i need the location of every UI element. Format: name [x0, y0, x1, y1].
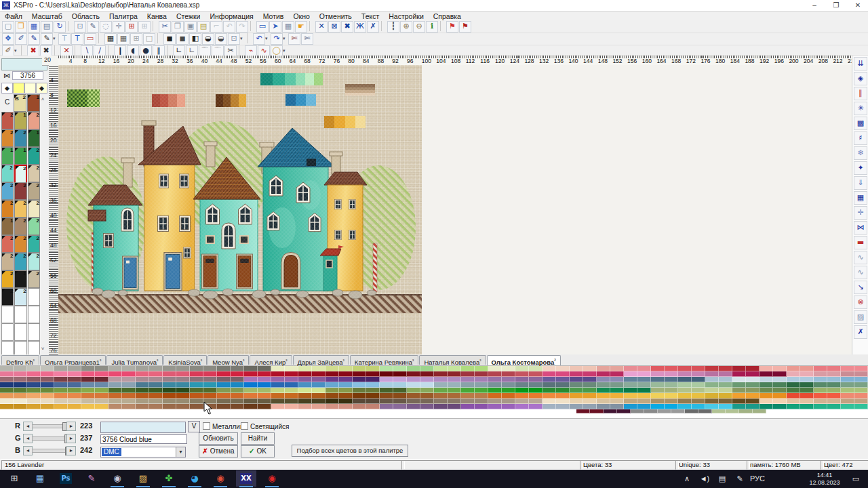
- catalog-color-cell[interactable]: [163, 404, 176, 409]
- catalog-color-cell[interactable]: [339, 393, 353, 399]
- knife-tool-button[interactable]: ✐: [15, 33, 27, 45]
- catalog-color-cell[interactable]: [475, 388, 488, 393]
- catalog-color-cell[interactable]: [597, 371, 610, 377]
- view-half-button[interactable]: ◧: [189, 33, 201, 45]
- catalog-color-cell[interactable]: [529, 393, 542, 399]
- catalog-color-cell[interactable]: [570, 371, 583, 377]
- catalog-color-cell[interactable]: [149, 366, 163, 371]
- catalog-color-cell[interactable]: [651, 371, 665, 377]
- catalog-color-cell[interactable]: [800, 366, 814, 371]
- tooltip-button[interactable]: ▭: [256, 21, 269, 33]
- catalog-color-cell[interactable]: [827, 404, 841, 409]
- lasso-button[interactable]: ◌: [100, 21, 112, 33]
- catalog-color-cell[interactable]: [312, 382, 326, 388]
- catalog-color-cell[interactable]: [258, 377, 271, 382]
- catalog-color-cell[interactable]: [515, 388, 529, 393]
- menu-item-6[interactable]: Информация: [205, 12, 258, 21]
- catalog-color-cell[interactable]: [448, 404, 461, 409]
- catalog-color-cell[interactable]: [258, 388, 271, 393]
- catalog-color-cell[interactable]: [637, 377, 651, 382]
- catalog-color-cell[interactable]: [800, 377, 814, 382]
- palette-system-combo[interactable]: DMC ▼: [100, 447, 186, 458]
- catalog-color-cell[interactable]: [475, 404, 488, 409]
- catalog-color-cell[interactable]: [746, 371, 760, 377]
- catalog-color-cell[interactable]: [515, 382, 529, 388]
- catalog-color-cell[interactable]: [732, 399, 746, 404]
- save-file-button[interactable]: ▦: [28, 21, 40, 33]
- catalog-color-cell[interactable]: [122, 371, 136, 377]
- catalog-color-cell[interactable]: [298, 393, 312, 399]
- catalog-color-cell[interactable]: [298, 371, 312, 377]
- catalog-color-cell[interactable]: [590, 409, 604, 413]
- b-slider[interactable]: ◄►: [23, 446, 76, 455]
- catalog-color-cell[interactable]: [515, 371, 529, 377]
- swatch-empty[interactable]: [1, 323, 14, 341]
- swatch-cell[interactable]: 2: [14, 235, 26, 253]
- catalog-color-cell[interactable]: [854, 382, 868, 388]
- catalog-color-cell[interactable]: [624, 388, 637, 393]
- catalog-color-cell[interactable]: [366, 404, 380, 409]
- taskbar-telegram-icon[interactable]: ◕: [184, 470, 205, 487]
- clear-stitch-button[interactable]: ✄: [288, 33, 300, 45]
- catalog-color-cell[interactable]: [665, 399, 678, 404]
- canvas-area[interactable]: [58, 65, 852, 354]
- catalog-color-cell[interactable]: [814, 377, 827, 382]
- swatch-cell[interactable]: 2: [14, 129, 26, 147]
- catalog-color-cell[interactable]: [461, 388, 475, 393]
- catalog-color-cell[interactable]: [420, 393, 434, 399]
- catalog-color-cell[interactable]: [827, 388, 841, 393]
- pale-swatch-tool[interactable]: [24, 83, 36, 94]
- catalog-color-cell[interactable]: [190, 366, 203, 371]
- properties-button[interactable]: ▦: [282, 21, 294, 33]
- catalog-color-cell[interactable]: [353, 377, 366, 382]
- catalog-color-cell[interactable]: [339, 404, 353, 409]
- tray-network-icon[interactable]: ▤: [713, 470, 731, 488]
- catalog-color-cell[interactable]: [312, 366, 326, 371]
- catalog-color-cell[interactable]: [339, 399, 353, 404]
- catalog-color-cell[interactable]: [597, 366, 610, 371]
- catalog-color-cell[interactable]: [461, 366, 475, 371]
- catalog-color-cell[interactable]: [203, 366, 217, 371]
- catalog-color-cell[interactable]: [773, 371, 787, 377]
- catalog-color-cell[interactable]: [685, 409, 698, 413]
- catalog-color-cell[interactable]: [339, 382, 353, 388]
- catalog-color-cell[interactable]: [732, 404, 746, 409]
- catalog-color-cell[interactable]: [448, 371, 461, 377]
- catalog-color-cell[interactable]: [149, 393, 163, 399]
- grid-dark-button[interactable]: ▦: [104, 33, 117, 45]
- catalog-color-cell[interactable]: [0, 404, 14, 409]
- menu-item-8[interactable]: Окно: [288, 12, 314, 21]
- catalog-color-cell[interactable]: [542, 404, 556, 409]
- catalog-color-cell[interactable]: [854, 388, 868, 393]
- catalog-color-cell[interactable]: [122, 382, 136, 388]
- catalog-color-cell[interactable]: [597, 393, 610, 399]
- pan-hand-button[interactable]: ☛: [295, 21, 307, 33]
- catalog-color-cell[interactable]: [0, 393, 14, 399]
- catalog-color-cell[interactable]: [366, 366, 380, 371]
- catalog-color-cell[interactable]: [678, 382, 692, 388]
- catalog-color-cell[interactable]: [108, 366, 122, 371]
- catalog-color-cell[interactable]: [576, 409, 590, 413]
- catalog-color-cell[interactable]: [366, 382, 380, 388]
- catalog-color-cell[interactable]: [461, 382, 475, 388]
- catalog-color-cell[interactable]: [41, 382, 54, 388]
- catalog-color-cell[interactable]: [217, 404, 231, 409]
- catalog-color-cell[interactable]: [732, 377, 746, 382]
- catalog-color-cell[interactable]: [95, 388, 108, 393]
- catalog-color-cell[interactable]: [624, 377, 637, 382]
- revert-button[interactable]: ↻: [54, 21, 66, 33]
- catalog-color-cell[interactable]: [488, 393, 502, 399]
- catalog-color-cell[interactable]: [163, 377, 176, 382]
- catalog-color-cell[interactable]: [746, 366, 760, 371]
- catalog-color-cell[interactable]: [502, 377, 515, 382]
- catalog-color-cell[interactable]: [41, 388, 54, 393]
- stats-info-button[interactable]: ℹ: [426, 21, 438, 33]
- catalog-color-cell[interactable]: [285, 388, 298, 393]
- catalog-color-cell[interactable]: [746, 399, 760, 404]
- catalog-color-cell[interactable]: [488, 371, 502, 377]
- taskbar-screenshot-icon[interactable]: ◉: [107, 470, 127, 487]
- catalog-color-cell[interactable]: [773, 377, 787, 382]
- catalog-color-cell[interactable]: [326, 404, 339, 409]
- ok-button[interactable]: ✓OK: [241, 445, 275, 458]
- catalog-color-cell[interactable]: [814, 388, 827, 393]
